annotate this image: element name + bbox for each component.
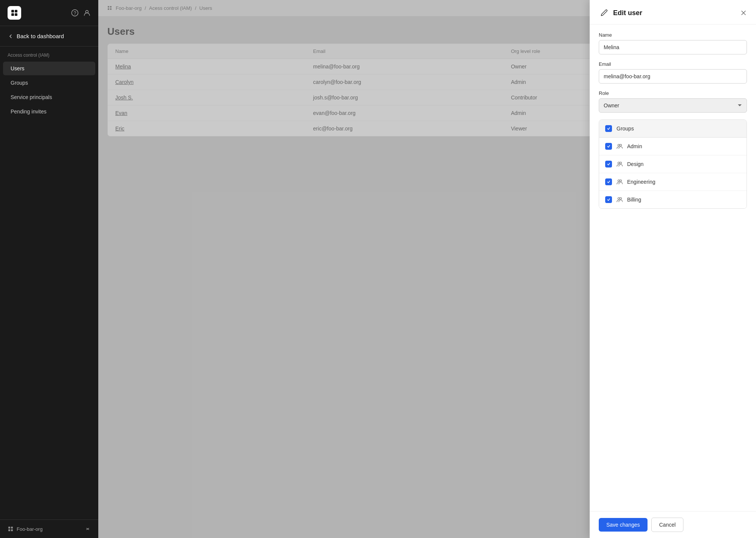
svg-point-19 [618, 180, 620, 182]
sidebar: ? Back to dashboard Access control (IAM)… [0, 0, 98, 538]
edit-icon [599, 8, 609, 18]
svg-point-16 [620, 144, 622, 146]
sidebar-header: ? [0, 0, 98, 26]
name-field-group: Name [599, 32, 747, 54]
svg-rect-8 [11, 527, 13, 529]
group-name-billing: Billing [627, 197, 641, 203]
app-logo [8, 6, 21, 20]
org-icon [8, 526, 14, 532]
group-icon-billing [617, 197, 623, 203]
email-field-group: Email [599, 61, 747, 84]
svg-point-22 [620, 198, 622, 200]
cancel-button[interactable]: Cancel [651, 518, 684, 532]
edit-panel-footer: Save changes Cancel [590, 511, 756, 538]
groups-section: Groups Admin [599, 119, 747, 209]
name-input[interactable] [599, 40, 747, 54]
groups-header-row: Groups [599, 120, 747, 138]
svg-rect-2 [11, 13, 14, 16]
edit-panel-title: Edit user [613, 9, 642, 17]
svg-rect-7 [8, 527, 10, 529]
svg-text:?: ? [73, 10, 76, 16]
groups-list: Admin Design [599, 138, 747, 208]
svg-point-18 [620, 162, 622, 164]
close-button[interactable] [740, 9, 747, 16]
help-button[interactable]: ? [71, 9, 79, 17]
email-input[interactable] [599, 69, 747, 84]
svg-rect-3 [15, 13, 17, 16]
group-row-engineering: Engineering [599, 173, 747, 191]
role-label: Role [599, 90, 747, 96]
group-checkbox-admin[interactable] [605, 143, 612, 150]
svg-rect-0 [11, 10, 14, 12]
group-checkbox-engineering[interactable] [605, 178, 612, 185]
save-button[interactable]: Save changes [599, 518, 648, 532]
name-label: Name [599, 32, 747, 38]
group-checkbox-billing[interactable] [605, 196, 612, 203]
group-row-admin: Admin [599, 138, 747, 155]
groups-field-group: Groups Admin [599, 119, 747, 209]
user-button[interactable] [83, 9, 91, 17]
group-name-design: Design [627, 161, 644, 167]
expand-icon [85, 526, 91, 532]
sidebar-item-users[interactable]: Users [3, 62, 95, 75]
group-name-engineering: Engineering [627, 179, 655, 185]
role-field-group: Role OwnerAdminContributorViewer [599, 90, 747, 113]
chevron-left-icon [8, 33, 14, 39]
back-to-dashboard[interactable]: Back to dashboard [0, 26, 98, 47]
svg-point-21 [618, 198, 620, 200]
group-icon-engineering [617, 179, 623, 185]
sidebar-item-pending-invites[interactable]: Pending invites [3, 105, 95, 118]
group-icon-admin [617, 143, 623, 149]
groups-header-label: Groups [617, 126, 634, 132]
svg-rect-10 [11, 529, 13, 531]
group-row-billing: Billing [599, 191, 747, 208]
sidebar-nav: UsersGroupsService principalsPending inv… [0, 61, 98, 119]
svg-point-17 [618, 162, 620, 164]
sidebar-footer: Foo-bar-org [0, 519, 98, 538]
svg-rect-1 [15, 10, 17, 12]
role-select[interactable]: OwnerAdminContributorViewer [599, 98, 747, 113]
sidebar-item-groups[interactable]: Groups [3, 76, 95, 90]
edit-panel-body: Name Email Role OwnerAdminContributorVie… [590, 25, 756, 511]
group-checkbox-design[interactable] [605, 161, 612, 167]
sidebar-item-service-principals[interactable]: Service principals [3, 90, 95, 104]
svg-point-15 [618, 144, 620, 146]
edit-panel: Edit user Name Email Rol [590, 0, 756, 538]
email-label: Email [599, 61, 747, 67]
main-content: Foo-bar-org / Acess control (IAM) / User… [98, 0, 756, 538]
group-name-admin: Admin [627, 143, 642, 149]
edit-panel-header: Edit user [590, 0, 756, 25]
group-icon-design [617, 161, 623, 167]
sidebar-section-label: Access control (IAM) [0, 47, 98, 61]
groups-all-checkbox[interactable] [605, 125, 612, 132]
svg-rect-9 [8, 529, 10, 531]
svg-point-20 [620, 180, 622, 182]
group-row-design: Design [599, 155, 747, 173]
